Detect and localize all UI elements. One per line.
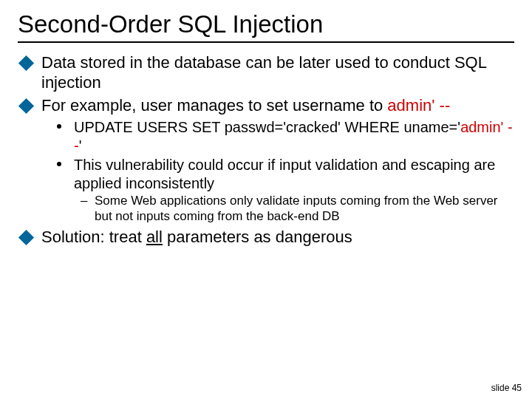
diamond-icon [18,55,34,71]
bullet-level1: Data stored in the database can be later… [18,53,514,93]
title-rule [18,41,514,43]
diamond-icon [18,98,34,114]
bullet-text: ' [79,137,82,154]
emphasis-text: all [146,228,163,246]
bullet-text: parameters as dangerous [163,228,352,246]
bullet-text: For example, user manages to set usernam… [41,96,387,115]
bullet-level2: This vulnerability could occur if input … [18,156,514,192]
dot-icon [57,124,61,129]
bullet-text: Solution: treat [41,228,146,246]
bullet-level3: – Some Web applications only validate in… [18,194,514,224]
bullet-level1: For example, user manages to set usernam… [18,96,514,116]
bullet-level1: Solution: treat all parameters as danger… [18,228,514,248]
bullet-level2: UPDATE USERS SET passwd='cracked' WHERE … [18,118,514,154]
slide-number: slide 45 [491,383,522,393]
bullet-text: UPDATE USERS SET passwd='cracked' WHERE … [74,119,460,135]
bullet-text: Data stored in the database can be later… [41,53,486,92]
code-fragment: admin' -- [387,96,450,115]
bullet-text: Some Web applications only validate inpu… [95,194,498,223]
bullet-text: This vulnerability could occur if input … [74,157,495,191]
slide: Second-Order SQL Injection Data stored i… [0,0,532,399]
dot-icon [57,162,61,166]
dash-icon: – [81,194,87,209]
diamond-icon [18,229,34,245]
slide-title: Second-Order SQL Injection [18,10,514,38]
